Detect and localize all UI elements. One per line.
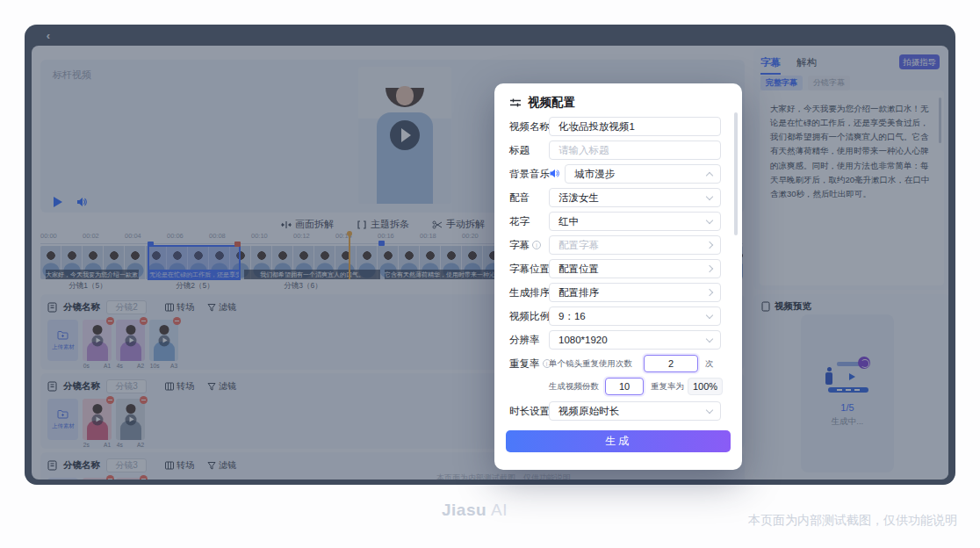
field-label-repeat: 重复率	[509, 358, 540, 369]
field-label-voice: 配音	[509, 191, 530, 205]
ratio-select[interactable]: 9：16	[549, 306, 721, 326]
field-label-title: 标题	[509, 144, 530, 157]
sort-config-nav[interactable]: 配置排序	[549, 283, 721, 302]
copies-input[interactable]	[605, 378, 644, 395]
resolution-select[interactable]: 1080*1920	[549, 330, 721, 350]
generate-button[interactable]: 生成	[506, 430, 731, 452]
chevron-right-icon	[706, 265, 713, 272]
field-label-fancy-text: 花字	[509, 215, 530, 228]
rate-value: 100%	[688, 378, 723, 395]
chevron-up-icon	[706, 172, 713, 179]
field-label-duration: 时长设置	[509, 405, 550, 418]
page: { "window": { "back_icon": "‹", "player"…	[0, 0, 980, 548]
chevron-right-icon	[706, 289, 713, 296]
field-label-bgm: 背景音乐	[509, 168, 550, 181]
voice-select[interactable]: 活泼女生	[549, 188, 721, 207]
bgm-select[interactable]: 城市漫步	[565, 164, 721, 184]
fancy-text-select[interactable]: 红中	[549, 212, 721, 231]
rate-label: 重复率为	[651, 381, 684, 393]
chevron-down-icon	[706, 335, 713, 342]
chevron-down-icon	[706, 407, 713, 414]
app-window: ‹ 标杆视频 画面拆解 主题拆条	[25, 25, 955, 485]
title-input[interactable]	[549, 141, 721, 160]
repeat-times-input[interactable]	[644, 355, 698, 372]
field-label-subtitle: 字幕	[509, 240, 530, 250]
field-label-resolution: 分辨率	[509, 334, 540, 347]
video-name-input[interactable]	[549, 117, 721, 136]
subtitle-position-nav[interactable]: 配置位置	[549, 259, 721, 278]
video-config-modal: 视频配置 视频名称 标题 背景音乐 城市漫步 配音 活泼女生 花字 红中 字幕i	[494, 83, 742, 470]
chevron-down-icon	[706, 217, 713, 224]
repeat-times-unit: 次	[705, 358, 714, 370]
brand-logo: JiasuAI	[442, 501, 508, 520]
modal-title: 视频配置	[528, 95, 575, 111]
chevron-down-icon	[706, 193, 713, 200]
config-sliders-icon	[509, 97, 522, 109]
chevron-down-icon	[706, 312, 713, 319]
copies-label: 生成视频份数	[549, 381, 599, 393]
info-icon: i	[532, 241, 541, 249]
speaker-icon[interactable]	[549, 168, 560, 179]
modal-dim-overlay	[25, 25, 955, 485]
subtitle-config-nav[interactable]: 配置字幕	[549, 235, 721, 255]
field-label-subtitle-pos: 字幕位置	[509, 263, 550, 276]
page-disclaimer: 本页面为内部测试截图，仅供功能说明	[748, 513, 957, 529]
repeat-times-label: 单个镜头重复使用次数	[549, 358, 632, 370]
field-label-sort: 生成排序	[509, 286, 550, 299]
field-label-video-name: 视频名称	[509, 120, 550, 133]
duration-select[interactable]: 视频原始时长	[549, 401, 721, 421]
field-label-ratio: 视频比例	[509, 310, 550, 323]
chevron-right-icon	[706, 242, 713, 249]
